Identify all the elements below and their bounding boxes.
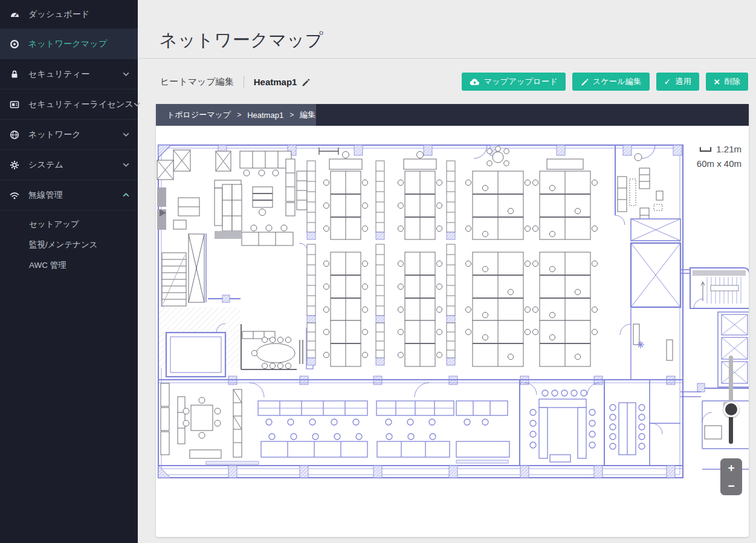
- zoom-out-button[interactable]: −: [720, 477, 742, 496]
- sidebar: ダッシュボード ネットワークマップ セキュリティー セキュリティーライセンス ネ…: [0, 0, 138, 543]
- globe-icon: [8, 129, 21, 140]
- sidebar-item-label: ネットワーク: [28, 129, 81, 140]
- sidebar-item-wireless[interactable]: 無線管理: [0, 180, 138, 210]
- floor-plan-svg: [156, 143, 749, 481]
- lock-icon: [8, 69, 21, 80]
- breadcrumb-heatmap[interactable]: Heatmap1: [247, 111, 283, 120]
- cloud-upload-icon: [470, 77, 480, 86]
- chevron-up-icon: [123, 193, 129, 197]
- check-icon: ✓: [664, 77, 671, 86]
- map-upload-button[interactable]: マップアップロード: [462, 73, 566, 91]
- sidebar-item-label: システム: [28, 160, 63, 171]
- sidebar-item-security-license[interactable]: セキュリティーライセンス: [0, 89, 138, 120]
- zoom-controls: + −: [720, 458, 742, 495]
- zoom-slider-handle[interactable]: [723, 402, 739, 417]
- section-label: ヒートマップ編集: [160, 76, 234, 88]
- sidebar-subitem-setup[interactable]: セットアップ: [0, 214, 138, 235]
- chevron-down-icon: [134, 102, 140, 106]
- sidebar-subitem-awc[interactable]: AWC 管理: [0, 255, 138, 276]
- chevron-down-icon: [123, 163, 129, 167]
- sidebar-item-label: 無線管理: [28, 190, 63, 201]
- scale-indicator: 1.21m 60m x 40m: [697, 144, 741, 169]
- target-icon: [8, 39, 21, 50]
- x-icon: ×: [714, 77, 720, 87]
- breadcrumb: トポロジーマップ > Heatmap1 > 編集: [156, 104, 749, 126]
- map-dimensions: 60m x 40m: [697, 158, 741, 169]
- gauge-icon: [8, 9, 21, 20]
- wireless-submenu: セットアップ 監視/メンテナンス AWC 管理: [0, 214, 138, 276]
- heatmap-toolbar-left: ヒートマップ編集 Heatmap1: [160, 73, 310, 91]
- scale-edit-button[interactable]: スケール編集: [572, 73, 650, 91]
- chevron-down-icon: [123, 72, 129, 76]
- scale-value: 1.21m: [716, 144, 741, 154]
- sidebar-item-dashboard[interactable]: ダッシュボード: [0, 0, 138, 29]
- zoom-slider-track[interactable]: [729, 356, 733, 444]
- sidebar-subitem-monitoring[interactable]: 監視/メンテナンス: [0, 235, 138, 255]
- breadcrumb-items: トポロジーマップ > Heatmap1 > 編集: [156, 104, 316, 126]
- pencil-icon: [580, 77, 589, 86]
- sidebar-item-network[interactable]: ネットワーク: [0, 120, 138, 150]
- floor-plan[interactable]: [156, 143, 749, 481]
- toolbar-divider: [244, 76, 244, 88]
- title-divider: [138, 58, 756, 59]
- sidebar-item-security[interactable]: セキュリティー: [0, 59, 138, 89]
- rename-pencil-icon[interactable]: [301, 77, 310, 86]
- map-panel: トポロジーマップ > Heatmap1 > 編集: [156, 104, 749, 537]
- zoom-in-button[interactable]: +: [720, 458, 742, 477]
- wifi-icon: [8, 190, 21, 201]
- chevron-down-icon: [123, 132, 129, 137]
- sidebar-item-label: セキュリティー: [28, 69, 89, 80]
- sidebar-item-label: ネットワークマップ: [28, 39, 107, 50]
- license-icon: [8, 99, 21, 110]
- map-name: Heatmap1: [254, 77, 297, 87]
- sidebar-item-label: セキュリティーライセンス: [28, 99, 134, 110]
- breadcrumb-edit[interactable]: 編集: [300, 109, 315, 120]
- sidebar-item-network-map[interactable]: ネットワークマップ: [0, 29, 138, 59]
- ruler-icon: [699, 146, 712, 153]
- sidebar-item-label: ダッシュボード: [28, 9, 89, 20]
- page-title: ネットワークマップ: [160, 28, 323, 53]
- delete-button[interactable]: × 削除: [706, 73, 748, 91]
- breadcrumb-separator: >: [289, 111, 294, 119]
- breadcrumb-topology[interactable]: トポロジーマップ: [167, 109, 231, 120]
- apply-button[interactable]: ✓ 適用: [656, 73, 700, 91]
- breadcrumb-separator: >: [237, 111, 241, 119]
- action-buttons: マップアップロード スケール編集 ✓ 適用 × 削除: [462, 73, 748, 91]
- sidebar-item-system[interactable]: システム: [0, 150, 138, 180]
- gear-icon: [8, 160, 21, 171]
